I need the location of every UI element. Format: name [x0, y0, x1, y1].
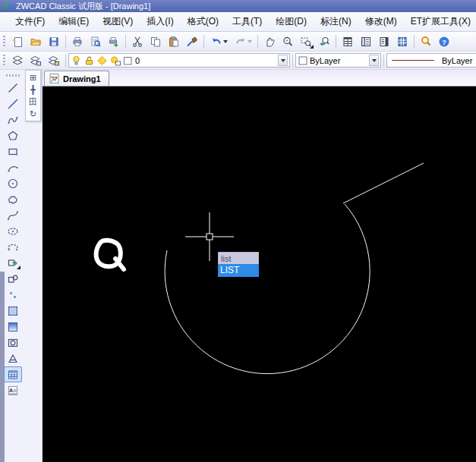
spline-button[interactable] — [4, 207, 22, 223]
tool-palettes-button[interactable] — [375, 33, 393, 50]
menu-item-modify[interactable]: 修改(M) — [358, 13, 404, 30]
circle-button[interactable] — [4, 175, 22, 191]
spline-icon — [7, 209, 19, 222]
insert-block-button[interactable] — [4, 255, 22, 271]
ellipse-button[interactable] — [4, 223, 22, 239]
redo-button[interactable] — [231, 33, 255, 50]
drawing-canvas[interactable]: list LIST — [43, 86, 476, 462]
copy-button[interactable] — [147, 33, 165, 50]
open-button[interactable] — [27, 33, 45, 50]
print-icon — [71, 36, 84, 48]
layer-tools-button[interactable] — [45, 52, 63, 69]
menu-item-draw[interactable]: 绘图(D) — [269, 13, 314, 30]
polyline-button[interactable] — [4, 112, 22, 127]
table-button[interactable] — [4, 366, 22, 382]
drawing-entities — [43, 86, 476, 462]
layer-properties-icon — [11, 55, 24, 67]
line-button[interactable] — [4, 80, 22, 96]
zoom-realtime-icon — [282, 36, 294, 48]
standard-toolbar: ? — [0, 32, 476, 52]
insert-block-flyout-corner[interactable] — [17, 266, 20, 269]
mtext-button[interactable]: A — [4, 382, 22, 398]
new-button[interactable] — [8, 33, 27, 50]
menu-item-view[interactable]: 视图(V) — [96, 13, 140, 30]
layer-combo-dropdown[interactable] — [278, 55, 288, 66]
print-button[interactable] — [68, 33, 87, 50]
undo-button[interactable] — [206, 33, 231, 50]
gradient-button[interactable] — [4, 319, 22, 335]
rectangle-icon — [7, 146, 19, 158]
zoom-window-flyout-corner[interactable] — [310, 45, 314, 49]
titlebar[interactable]: ZWCAD Classic 试用版 - [Drawing1] — [0, 0, 476, 12]
help-icon: ? — [438, 36, 450, 48]
color-combo-dropdown[interactable] — [369, 55, 379, 66]
menu-item-insert[interactable]: 插入(I) — [140, 13, 180, 30]
layer-states-button[interactable] — [27, 52, 45, 69]
save-button[interactable] — [45, 33, 63, 50]
menu-item-file[interactable]: 文件(F) — [8, 13, 52, 30]
quick-calculator-button[interactable] — [393, 33, 411, 50]
make-block-button[interactable] — [4, 271, 22, 287]
plot-button[interactable] — [105, 33, 123, 50]
construction-line-button[interactable] — [4, 96, 22, 112]
help-button[interactable]: ? — [435, 33, 453, 50]
menu-item-dimension[interactable]: 标注(N) — [314, 13, 358, 30]
layer-states-icon — [30, 55, 42, 67]
zoom-window-button[interactable] — [297, 33, 315, 50]
pan-button[interactable] — [260, 33, 279, 50]
tab-drawing1[interactable]: dwg Drawing1 — [44, 71, 109, 86]
match-properties-button[interactable] — [183, 33, 201, 50]
layer-color-swatch-icon — [122, 55, 134, 67]
snap-intersection-icon[interactable]: ╋ — [27, 83, 39, 96]
design-center-button[interactable] — [357, 33, 375, 50]
print-preview-button[interactable] — [87, 33, 105, 50]
cut-button[interactable] — [128, 33, 147, 50]
linetype-combobox[interactable]: ByLayer — [386, 53, 476, 68]
menu-item-express-tools[interactable]: ET扩展工具(X) — [404, 13, 476, 30]
plot-icon — [108, 36, 120, 48]
point-button[interactable] — [4, 287, 22, 303]
line-entity[interactable] — [343, 163, 424, 203]
draw-toolbar: A ⊞ ╋ 田 ↻ — [0, 70, 43, 462]
region-button[interactable] — [4, 335, 22, 350]
paste-button[interactable] — [165, 33, 183, 50]
layer-properties-button[interactable] — [8, 52, 27, 69]
undo-dropdown-arrow[interactable] — [223, 40, 228, 43]
color-combobox[interactable]: ByLayer — [295, 53, 381, 68]
rectangle-button[interactable] — [4, 143, 22, 159]
svg-text:dwg: dwg — [51, 75, 58, 79]
paste-icon — [168, 36, 180, 48]
toolbar-grip[interactable] — [3, 55, 5, 67]
freehand-sketch[interactable] — [96, 240, 124, 269]
zoom-realtime-button[interactable] — [279, 33, 297, 50]
toolbar-grip[interactable] — [3, 36, 5, 48]
find-button[interactable] — [417, 33, 435, 50]
separator — [414, 35, 415, 49]
properties-palette-icon — [342, 36, 354, 48]
hatch-button[interactable] — [4, 303, 22, 319]
revision-cloud-button[interactable] — [4, 191, 22, 207]
circle-icon — [7, 178, 19, 190]
properties-palette-button[interactable] — [339, 33, 357, 50]
wipeout-button[interactable] — [4, 350, 22, 366]
layer-combobox[interactable]: 0 — [68, 53, 290, 68]
menu-item-tools[interactable]: 工具(T) — [225, 13, 269, 30]
gradient-icon — [7, 321, 19, 333]
autocomplete-suggestion-list[interactable]: LIST — [218, 264, 259, 277]
arc-entity[interactable] — [165, 204, 370, 374]
snap-center-icon[interactable]: ↻ — [27, 108, 39, 120]
menu-item-edit[interactable]: 编辑(E) — [52, 13, 96, 30]
menu-item-format[interactable]: 格式(O) — [181, 13, 225, 30]
polygon-button[interactable] — [4, 127, 22, 143]
undo-icon — [210, 36, 222, 48]
draw-toolbar-grip[interactable] — [6, 74, 20, 77]
ellipse-arc-button[interactable] — [4, 239, 22, 255]
new-icon — [11, 36, 24, 48]
snap-grid-icon[interactable]: 田 — [27, 96, 39, 108]
arc-button[interactable] — [4, 159, 22, 175]
main-area: A ⊞ ╋ 田 ↻ dwg D — [0, 70, 476, 462]
snap-from-icon[interactable]: ⊞ — [27, 71, 39, 83]
ellipse-arc-icon — [7, 241, 19, 253]
menubar: dwg 文件(F) 编辑(E) 视图(V) 插入(I) 格式(O) 工具(T) … — [0, 12, 476, 32]
zoom-previous-button[interactable] — [315, 33, 333, 50]
